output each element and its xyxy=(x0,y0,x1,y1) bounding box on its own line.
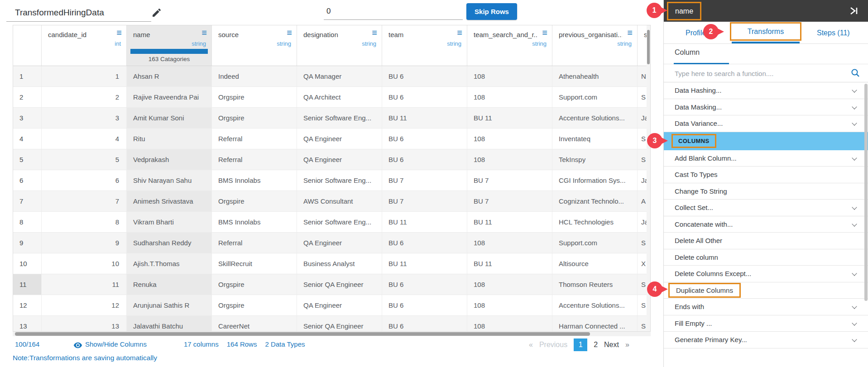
column-header-candidate-id[interactable]: candidate_id≡int xyxy=(42,25,127,66)
cell[interactable]: Shiv Narayan Sahu xyxy=(127,170,212,191)
chevron-down-icon[interactable] xyxy=(852,221,857,226)
cell[interactable]: Inventateq xyxy=(552,129,638,149)
cell[interactable]: Vikram Bharti xyxy=(127,212,212,232)
function-item-cast-to-types[interactable]: Cast To Types xyxy=(664,167,868,183)
column-menu-icon[interactable]: ≡ xyxy=(201,28,207,37)
row-number[interactable]: 8 xyxy=(13,212,42,232)
cell[interactable]: AWS Consultant xyxy=(297,191,382,211)
eye-icon[interactable] xyxy=(73,341,82,350)
cell[interactable]: A xyxy=(638,191,647,211)
collapse-panel-icon[interactable] xyxy=(849,6,859,15)
cell[interactable]: BU 6 xyxy=(382,233,467,253)
cell[interactable]: 7 xyxy=(42,191,127,211)
row-number[interactable]: 7 xyxy=(13,191,42,211)
cell[interactable]: CareerNet xyxy=(212,316,297,332)
chevron-down-icon[interactable] xyxy=(852,320,857,325)
column-header-team-search-and-r-[interactable]: team_search_and_r...≡string xyxy=(467,25,552,66)
chevron-down-icon[interactable] xyxy=(852,205,857,210)
cell[interactable]: Referral xyxy=(212,149,297,170)
column-header-previous-organisati-[interactable]: previous_organisati...≡string xyxy=(552,25,638,66)
cell[interactable]: BU 6 xyxy=(382,316,467,332)
cell[interactable]: Senior QA Engineer xyxy=(297,274,382,295)
cell[interactable]: BU 11 xyxy=(382,212,467,232)
cell[interactable]: HCL Technologies xyxy=(552,212,638,232)
cell[interactable]: Indeed xyxy=(212,66,297,86)
cell[interactable]: BU 6 xyxy=(382,66,467,86)
function-item-columns[interactable]: COLUMNS xyxy=(664,132,868,150)
function-item-data-masking[interactable]: Data Masking... xyxy=(664,99,868,116)
cell[interactable]: BU 7 xyxy=(382,191,467,211)
cell[interactable]: TekInspy xyxy=(552,149,638,170)
cell[interactable]: S xyxy=(638,233,647,253)
cell[interactable]: SkillRecruit xyxy=(212,253,297,274)
last-page-button[interactable]: » xyxy=(625,341,629,349)
cell[interactable]: BU 11 xyxy=(467,253,552,274)
cell[interactable]: Referral xyxy=(212,129,297,149)
chevron-down-icon[interactable] xyxy=(852,337,857,342)
cell[interactable]: 8 xyxy=(42,212,127,232)
cell[interactable]: 2 xyxy=(42,87,127,107)
table-vertical-scrollbar-thumb[interactable] xyxy=(647,30,650,64)
cell[interactable]: 108 xyxy=(467,316,552,332)
cell[interactable]: 10 xyxy=(42,253,127,274)
cell[interactable]: Renuka xyxy=(127,274,212,295)
cell[interactable]: BMS Innolabs xyxy=(212,212,297,232)
cell[interactable]: 108 xyxy=(467,129,552,149)
edit-pencil-icon[interactable] xyxy=(151,7,162,18)
column-header-designation[interactable]: designation≡string xyxy=(297,25,382,66)
cell[interactable]: Support.com xyxy=(552,233,638,253)
function-item-generate-primary-key[interactable]: Generate Primary Key... xyxy=(664,332,868,348)
cell[interactable]: S xyxy=(638,129,647,149)
function-item-duplicate-columns[interactable]: Duplicate Columns xyxy=(664,282,868,299)
cell[interactable]: Support.com xyxy=(552,87,638,107)
row-number[interactable]: 1 xyxy=(13,66,42,86)
cell[interactable]: Altisource xyxy=(552,253,638,274)
cell[interactable]: BU 6 xyxy=(382,129,467,149)
cell[interactable]: Ja xyxy=(638,108,647,128)
cell[interactable]: Ja xyxy=(638,212,647,232)
page-1-button[interactable]: 1 xyxy=(574,338,587,351)
cell[interactable]: Ahsan R xyxy=(127,66,212,86)
function-search-input[interactable] xyxy=(675,67,847,80)
cell[interactable]: BU 7 xyxy=(467,191,552,211)
function-item-collect-set[interactable]: Collect Set... xyxy=(664,200,868,216)
function-item-delete-column[interactable]: Delete column xyxy=(664,249,868,266)
column-menu-icon[interactable]: ≡ xyxy=(542,28,547,37)
cell[interactable]: Athenahealth xyxy=(552,66,638,86)
cell[interactable]: Senior Software Eng... xyxy=(297,212,382,232)
cell[interactable]: Arunjunai Sathis R xyxy=(127,295,212,315)
cell[interactable]: Referral xyxy=(212,233,297,253)
table-horizontal-scrollbar-thumb[interactable] xyxy=(15,332,590,336)
cell[interactable]: X xyxy=(638,253,647,274)
cell[interactable]: BU 6 xyxy=(382,295,467,315)
chevron-down-icon[interactable] xyxy=(852,304,857,309)
function-item-ends-with[interactable]: Ends with xyxy=(664,299,868,315)
cell[interactable]: Orgspire xyxy=(212,87,297,107)
show-hide-columns-link[interactable]: Show/Hide Columns xyxy=(85,340,147,348)
cell[interactable]: 108 xyxy=(467,233,552,253)
cell[interactable]: 108 xyxy=(467,274,552,295)
cell[interactable]: BU 6 xyxy=(382,274,467,295)
row-number[interactable]: 6 xyxy=(13,170,42,191)
column-menu-icon[interactable]: ≡ xyxy=(627,28,633,37)
cell[interactable]: Animesh Srivastava xyxy=(127,191,212,211)
first-page-button[interactable]: « xyxy=(529,341,533,349)
function-item-add-blank-column[interactable]: Add Blank Column... xyxy=(664,150,868,167)
function-item-change-to-string[interactable]: Change To String xyxy=(664,183,868,200)
cell[interactable]: S xyxy=(638,316,647,332)
panel-scrollbar-thumb[interactable] xyxy=(864,84,868,301)
cell[interactable]: BU 7 xyxy=(467,170,552,191)
next-page-button[interactable]: Next xyxy=(604,341,619,349)
row-number[interactable]: 4 xyxy=(13,129,42,149)
column-header-team[interactable]: team≡string xyxy=(382,25,467,66)
column-menu-icon[interactable]: ≡ xyxy=(457,28,462,37)
function-item-concatenate-with[interactable]: Concatenate with... xyxy=(664,216,868,233)
tab-profile[interactable]: Profile xyxy=(686,29,706,37)
function-item-data-variance[interactable]: Data Variance... xyxy=(664,115,868,132)
cell[interactable]: Ritu xyxy=(127,129,212,149)
previous-page-button[interactable]: Previous xyxy=(539,341,567,349)
cell[interactable]: Ajish.T.Thomas xyxy=(127,253,212,274)
chevron-down-icon[interactable] xyxy=(852,155,857,160)
cell[interactable]: Amit Kumar Soni xyxy=(127,108,212,128)
cell[interactable]: BU 6 xyxy=(382,87,467,107)
